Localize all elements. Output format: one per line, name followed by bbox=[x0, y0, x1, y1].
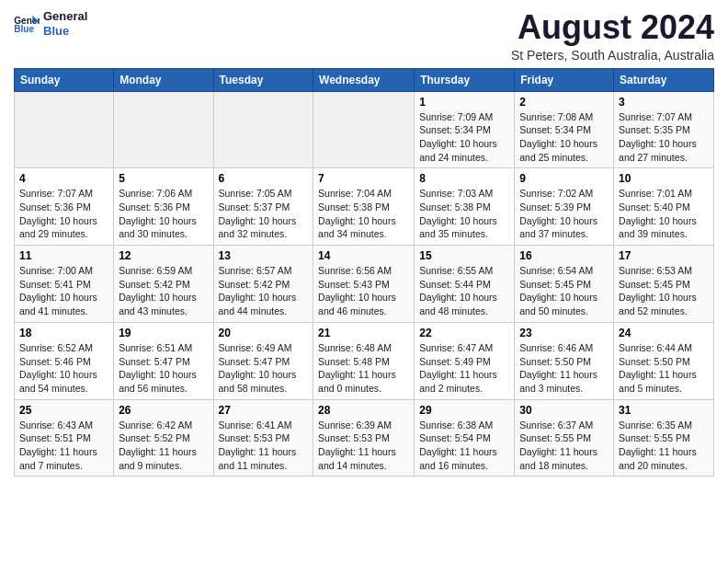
calendar-cell: 23Sunrise: 6:46 AM Sunset: 5:50 PM Dayli… bbox=[515, 322, 614, 399]
day-info: Sunrise: 6:51 AM Sunset: 5:47 PM Dayligh… bbox=[119, 341, 208, 396]
day-info: Sunrise: 7:03 AM Sunset: 5:38 PM Dayligh… bbox=[419, 187, 509, 241]
day-number: 14 bbox=[318, 249, 409, 262]
calendar-cell: 2Sunrise: 7:08 AM Sunset: 5:34 PM Daylig… bbox=[515, 91, 614, 168]
day-number: 10 bbox=[619, 172, 709, 185]
calendar-cell: 10Sunrise: 7:01 AM Sunset: 5:40 PM Dayli… bbox=[614, 168, 714, 246]
day-info: Sunrise: 6:38 AM Sunset: 5:54 PM Dayligh… bbox=[419, 419, 509, 473]
logo-line2: Blue bbox=[43, 24, 87, 39]
day-number: 16 bbox=[519, 249, 609, 262]
calendar-cell: 27Sunrise: 6:41 AM Sunset: 5:53 PM Dayli… bbox=[213, 399, 313, 477]
day-number: 19 bbox=[119, 327, 208, 339]
day-info: Sunrise: 6:37 AM Sunset: 5:55 PM Dayligh… bbox=[519, 419, 609, 473]
calendar-cell: 14Sunrise: 6:56 AM Sunset: 5:43 PM Dayli… bbox=[313, 246, 415, 323]
calendar-cell: 19Sunrise: 6:51 AM Sunset: 5:47 PM Dayli… bbox=[114, 322, 213, 399]
day-info: Sunrise: 6:57 AM Sunset: 5:42 PM Dayligh… bbox=[219, 264, 309, 318]
location-title: St Peters, South Australia, Australia bbox=[511, 48, 714, 63]
day-info: Sunrise: 6:41 AM Sunset: 5:53 PM Dayligh… bbox=[219, 419, 309, 473]
calendar-cell: 6Sunrise: 7:05 AM Sunset: 5:37 PM Daylig… bbox=[213, 168, 313, 246]
month-title: August 2024 bbox=[511, 9, 714, 46]
day-info: Sunrise: 7:05 AM Sunset: 5:37 PM Dayligh… bbox=[219, 187, 309, 241]
day-number: 15 bbox=[419, 249, 509, 262]
day-number: 7 bbox=[318, 172, 409, 185]
calendar-cell: 28Sunrise: 6:39 AM Sunset: 5:53 PM Dayli… bbox=[313, 399, 415, 477]
day-number: 22 bbox=[419, 327, 509, 339]
calendar-cell: 4Sunrise: 7:07 AM Sunset: 5:36 PM Daylig… bbox=[15, 168, 114, 246]
calendar-cell: 30Sunrise: 6:37 AM Sunset: 5:55 PM Dayli… bbox=[515, 399, 614, 477]
day-number: 6 bbox=[219, 172, 309, 185]
calendar-cell: 22Sunrise: 6:47 AM Sunset: 5:49 PM Dayli… bbox=[415, 322, 515, 399]
calendar-cell: 3Sunrise: 7:07 AM Sunset: 5:35 PM Daylig… bbox=[614, 91, 714, 168]
day-info: Sunrise: 7:06 AM Sunset: 5:36 PM Dayligh… bbox=[119, 187, 208, 241]
calendar-cell: 11Sunrise: 7:00 AM Sunset: 5:41 PM Dayli… bbox=[15, 246, 114, 323]
day-info: Sunrise: 7:04 AM Sunset: 5:38 PM Dayligh… bbox=[318, 187, 409, 241]
calendar-cell: 24Sunrise: 6:44 AM Sunset: 5:50 PM Dayli… bbox=[614, 322, 714, 399]
day-info: Sunrise: 7:02 AM Sunset: 5:39 PM Dayligh… bbox=[519, 187, 609, 241]
day-info: Sunrise: 6:53 AM Sunset: 5:45 PM Dayligh… bbox=[619, 264, 709, 318]
day-info: Sunrise: 7:07 AM Sunset: 5:36 PM Dayligh… bbox=[19, 187, 108, 241]
day-info: Sunrise: 6:42 AM Sunset: 5:52 PM Dayligh… bbox=[119, 419, 208, 473]
weekday-header-sunday: Sunday bbox=[15, 68, 114, 91]
day-info: Sunrise: 6:43 AM Sunset: 5:51 PM Dayligh… bbox=[19, 419, 108, 473]
calendar-cell: 20Sunrise: 6:49 AM Sunset: 5:47 PM Dayli… bbox=[213, 322, 313, 399]
calendar-cell: 21Sunrise: 6:48 AM Sunset: 5:48 PM Dayli… bbox=[313, 322, 415, 399]
day-number: 17 bbox=[619, 249, 709, 262]
day-number: 18 bbox=[19, 327, 108, 339]
day-info: Sunrise: 6:59 AM Sunset: 5:42 PM Dayligh… bbox=[119, 264, 208, 318]
day-info: Sunrise: 7:01 AM Sunset: 5:40 PM Dayligh… bbox=[619, 187, 709, 241]
day-info: Sunrise: 7:07 AM Sunset: 5:35 PM Dayligh… bbox=[619, 110, 709, 165]
weekday-header-monday: Monday bbox=[114, 68, 213, 91]
calendar-week-4: 18Sunrise: 6:52 AM Sunset: 5:46 PM Dayli… bbox=[15, 322, 714, 399]
day-number: 11 bbox=[19, 249, 108, 262]
day-info: Sunrise: 6:35 AM Sunset: 5:55 PM Dayligh… bbox=[619, 419, 709, 473]
calendar-table: SundayMondayTuesdayWednesdayThursdayFrid… bbox=[14, 68, 714, 477]
day-number: 1 bbox=[419, 96, 509, 109]
logo: General Blue General Blue bbox=[14, 9, 87, 38]
day-number: 5 bbox=[119, 172, 208, 185]
day-info: Sunrise: 6:39 AM Sunset: 5:53 PM Dayligh… bbox=[318, 419, 409, 473]
calendar-cell: 17Sunrise: 6:53 AM Sunset: 5:45 PM Dayli… bbox=[614, 246, 714, 323]
calendar-cell: 15Sunrise: 6:55 AM Sunset: 5:44 PM Dayli… bbox=[415, 246, 515, 323]
calendar-cell: 1Sunrise: 7:09 AM Sunset: 5:34 PM Daylig… bbox=[415, 91, 515, 168]
calendar-week-1: 1Sunrise: 7:09 AM Sunset: 5:34 PM Daylig… bbox=[15, 91, 714, 168]
day-info: Sunrise: 6:47 AM Sunset: 5:49 PM Dayligh… bbox=[419, 341, 509, 396]
day-number: 21 bbox=[318, 327, 409, 339]
logo-line1: General bbox=[43, 9, 87, 24]
day-number: 28 bbox=[318, 404, 409, 417]
calendar-cell: 7Sunrise: 7:04 AM Sunset: 5:38 PM Daylig… bbox=[313, 168, 415, 246]
calendar-cell: 31Sunrise: 6:35 AM Sunset: 5:55 PM Dayli… bbox=[614, 399, 714, 477]
day-number: 13 bbox=[219, 249, 309, 262]
day-number: 31 bbox=[619, 404, 709, 417]
day-number: 9 bbox=[519, 172, 609, 185]
calendar-cell: 16Sunrise: 6:54 AM Sunset: 5:45 PM Dayli… bbox=[515, 246, 614, 323]
weekday-header-tuesday: Tuesday bbox=[213, 68, 313, 91]
page-header: General Blue General Blue August 2024 St… bbox=[14, 9, 714, 63]
calendar-cell bbox=[114, 91, 213, 168]
day-number: 3 bbox=[619, 96, 709, 109]
weekday-row: SundayMondayTuesdayWednesdayThursdayFrid… bbox=[15, 68, 714, 91]
weekday-header-saturday: Saturday bbox=[614, 68, 714, 91]
day-number: 26 bbox=[119, 404, 208, 417]
calendar-cell: 25Sunrise: 6:43 AM Sunset: 5:51 PM Dayli… bbox=[15, 399, 114, 477]
calendar-cell: 5Sunrise: 7:06 AM Sunset: 5:36 PM Daylig… bbox=[114, 168, 213, 246]
calendar-header: SundayMondayTuesdayWednesdayThursdayFrid… bbox=[15, 68, 714, 91]
day-number: 25 bbox=[19, 404, 108, 417]
weekday-header-friday: Friday bbox=[515, 68, 614, 91]
calendar-body: 1Sunrise: 7:09 AM Sunset: 5:34 PM Daylig… bbox=[15, 91, 714, 477]
calendar-cell: 29Sunrise: 6:38 AM Sunset: 5:54 PM Dayli… bbox=[415, 399, 515, 477]
calendar-cell: 13Sunrise: 6:57 AM Sunset: 5:42 PM Dayli… bbox=[213, 246, 313, 323]
calendar-week-3: 11Sunrise: 7:00 AM Sunset: 5:41 PM Dayli… bbox=[15, 246, 714, 323]
calendar-cell bbox=[313, 91, 415, 168]
day-info: Sunrise: 6:48 AM Sunset: 5:48 PM Dayligh… bbox=[318, 341, 409, 396]
logo-icon: General Blue bbox=[14, 14, 40, 34]
day-info: Sunrise: 6:46 AM Sunset: 5:50 PM Dayligh… bbox=[519, 341, 609, 396]
day-info: Sunrise: 6:55 AM Sunset: 5:44 PM Dayligh… bbox=[419, 264, 509, 318]
calendar-week-2: 4Sunrise: 7:07 AM Sunset: 5:36 PM Daylig… bbox=[15, 168, 714, 246]
day-number: 24 bbox=[619, 327, 709, 339]
day-info: Sunrise: 7:09 AM Sunset: 5:34 PM Dayligh… bbox=[419, 110, 509, 165]
day-number: 4 bbox=[19, 172, 108, 185]
day-number: 8 bbox=[419, 172, 509, 185]
calendar-cell bbox=[15, 91, 114, 168]
calendar-week-5: 25Sunrise: 6:43 AM Sunset: 5:51 PM Dayli… bbox=[15, 399, 714, 477]
calendar-cell: 8Sunrise: 7:03 AM Sunset: 5:38 PM Daylig… bbox=[415, 168, 515, 246]
day-info: Sunrise: 7:08 AM Sunset: 5:34 PM Dayligh… bbox=[519, 110, 609, 165]
